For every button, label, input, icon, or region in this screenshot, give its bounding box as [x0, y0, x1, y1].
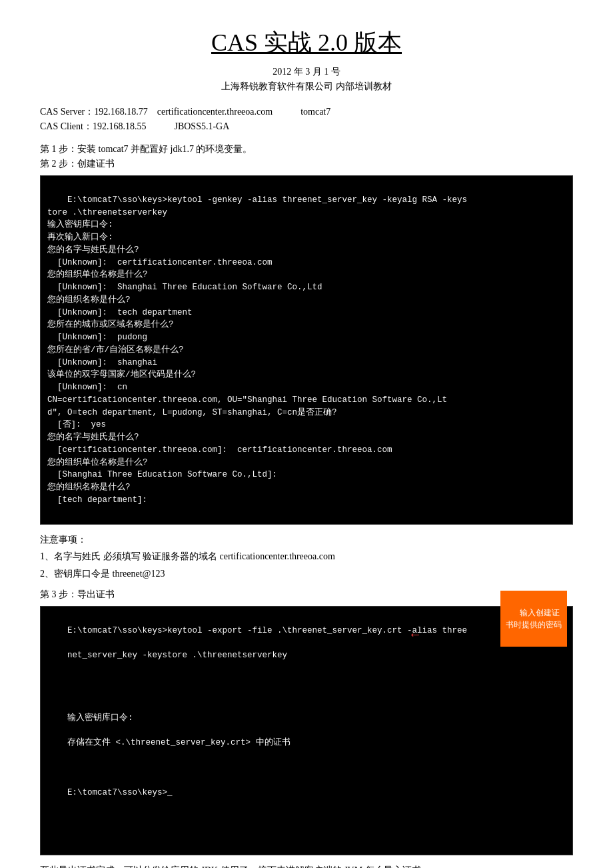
step3-label: 第 3 步：导出证书 — [40, 589, 573, 601]
terminal2-line4: 存储在文件 <.\threenet_server_key.crt> 中的证书 — [67, 738, 291, 747]
steps-section: 第 1 步：安装 tomcat7 并配置好 jdk1.7 的环境变量。 第 2 … — [40, 143, 573, 868]
cas-server-label: CAS Server： — [40, 107, 94, 117]
cas-server-ip: 192.168.18.77 — [94, 107, 148, 117]
cas-client-line: CAS Client：192.168.18.55 JBOSS5.1-GA — [40, 121, 573, 133]
step1-label: 第 1 步：安装 tomcat7 并配置好 jdk1.7 的环境变量。 — [40, 143, 573, 155]
terminal2-line3: 输入密钥库口令: — [67, 713, 133, 723]
page-title: CAS 实战 2.0 版本 — [40, 27, 573, 59]
annotation-text: 输入创建证书时提供的密码 — [506, 608, 562, 629]
terminal-block-2: E:\tomcat7\sso\keys>keytool -export -fil… — [40, 606, 573, 855]
note-item-1: 1、名字与姓氏 必须填写 验证服务器的域名 certificationcente… — [40, 548, 573, 565]
cas-server-app: tomcat7 — [301, 107, 330, 117]
terminal2-line6: E:\tomcat7\sso\keys>_ — [67, 788, 173, 797]
cas-server-domain: certificationcenter.threeoa.com — [157, 107, 273, 117]
terminal2-line2: net_server_key -keystore .\threenetserve… — [67, 651, 287, 660]
cas-client-ip: 192.168.18.55 — [93, 121, 147, 131]
cas-client-label: CAS Client： — [40, 121, 93, 131]
cas-client-app: JBOSS5.1-GA — [174, 121, 229, 131]
step2-label: 第 2 步：创建证书 — [40, 158, 573, 170]
terminal1-content: E:\tomcat7\sso\keys>keytool -genkey -ali… — [47, 195, 467, 505]
terminal2-line1: E:\tomcat7\sso\keys>keytool -export -fil… — [67, 626, 467, 635]
notes-heading: 注意事项： — [40, 531, 573, 548]
terminal-block-1: E:\tomcat7\sso\keys>keytool -genkey -ali… — [40, 175, 573, 525]
notes-section: 注意事项： 1、名字与姓氏 必须填写 验证服务器的域名 certificatio… — [40, 531, 573, 582]
cas-server-line: CAS Server：192.168.18.77 certificationce… — [40, 106, 573, 118]
company-line: 上海释锐教育软件有限公司 内部培训教材 — [40, 81, 573, 93]
note-item-2: 2、密钥库口令是 threenet@123 — [40, 565, 573, 582]
server-info-section: CAS Server：192.168.18.77 certificationce… — [40, 106, 573, 133]
arrow-icon: ← — [411, 625, 419, 645]
annotation-box: 输入创建证书时提供的密码 — [500, 591, 567, 647]
export-done-text: 至此导出证书完成，可以分发给应用的 JDK 使用了，接下来讲解客户端的 JVM … — [40, 862, 573, 868]
date-line: 2012 年 3 月 1 号 — [40, 66, 573, 78]
